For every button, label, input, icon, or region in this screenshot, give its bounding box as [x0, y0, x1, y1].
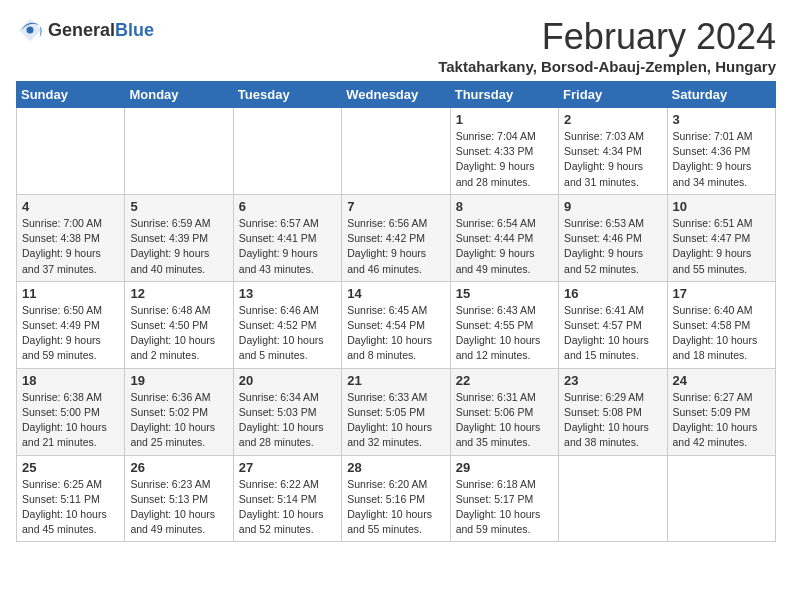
day-number: 5: [130, 199, 227, 214]
calendar-day-cell: 16Sunrise: 6:41 AMSunset: 4:57 PMDayligh…: [559, 281, 667, 368]
day-info: Sunrise: 6:29 AMSunset: 5:08 PMDaylight:…: [564, 390, 661, 451]
day-info: Sunrise: 6:59 AMSunset: 4:39 PMDaylight:…: [130, 216, 227, 277]
weekday-header: Friday: [559, 82, 667, 108]
day-number: 15: [456, 286, 553, 301]
day-info: Sunrise: 6:40 AMSunset: 4:58 PMDaylight:…: [673, 303, 770, 364]
day-info: Sunrise: 6:54 AMSunset: 4:44 PMDaylight:…: [456, 216, 553, 277]
calendar-day-cell: 2Sunrise: 7:03 AMSunset: 4:34 PMDaylight…: [559, 108, 667, 195]
calendar-table: SundayMondayTuesdayWednesdayThursdayFrid…: [16, 81, 776, 542]
calendar-week-row: 18Sunrise: 6:38 AMSunset: 5:00 PMDayligh…: [17, 368, 776, 455]
logo: GeneralBlue: [16, 16, 154, 44]
weekday-header: Tuesday: [233, 82, 341, 108]
calendar-day-cell: 6Sunrise: 6:57 AMSunset: 4:41 PMDaylight…: [233, 194, 341, 281]
logo-blue: Blue: [115, 20, 154, 40]
day-number: 1: [456, 112, 553, 127]
calendar-day-cell: [559, 455, 667, 542]
day-info: Sunrise: 6:56 AMSunset: 4:42 PMDaylight:…: [347, 216, 444, 277]
calendar-day-cell: [125, 108, 233, 195]
day-number: 23: [564, 373, 661, 388]
day-info: Sunrise: 6:34 AMSunset: 5:03 PMDaylight:…: [239, 390, 336, 451]
calendar-day-cell: 18Sunrise: 6:38 AMSunset: 5:00 PMDayligh…: [17, 368, 125, 455]
day-number: 28: [347, 460, 444, 475]
calendar-day-cell: 27Sunrise: 6:22 AMSunset: 5:14 PMDayligh…: [233, 455, 341, 542]
day-info: Sunrise: 6:41 AMSunset: 4:57 PMDaylight:…: [564, 303, 661, 364]
day-number: 11: [22, 286, 119, 301]
calendar-day-cell: 1Sunrise: 7:04 AMSunset: 4:33 PMDaylight…: [450, 108, 558, 195]
calendar-week-row: 4Sunrise: 7:00 AMSunset: 4:38 PMDaylight…: [17, 194, 776, 281]
day-number: 12: [130, 286, 227, 301]
day-info: Sunrise: 6:20 AMSunset: 5:16 PMDaylight:…: [347, 477, 444, 538]
weekday-header: Sunday: [17, 82, 125, 108]
day-number: 8: [456, 199, 553, 214]
day-number: 25: [22, 460, 119, 475]
logo-general: General: [48, 20, 115, 40]
title-area: February 2024 Taktaharkany, Borsod-Abauj…: [438, 16, 776, 75]
calendar-day-cell: 8Sunrise: 6:54 AMSunset: 4:44 PMDaylight…: [450, 194, 558, 281]
calendar-day-cell: 29Sunrise: 6:18 AMSunset: 5:17 PMDayligh…: [450, 455, 558, 542]
calendar-day-cell: 7Sunrise: 6:56 AMSunset: 4:42 PMDaylight…: [342, 194, 450, 281]
weekday-header: Wednesday: [342, 82, 450, 108]
day-info: Sunrise: 6:38 AMSunset: 5:00 PMDaylight:…: [22, 390, 119, 451]
calendar-day-cell: 28Sunrise: 6:20 AMSunset: 5:16 PMDayligh…: [342, 455, 450, 542]
day-info: Sunrise: 6:50 AMSunset: 4:49 PMDaylight:…: [22, 303, 119, 364]
day-number: 20: [239, 373, 336, 388]
calendar-day-cell: 11Sunrise: 6:50 AMSunset: 4:49 PMDayligh…: [17, 281, 125, 368]
calendar-day-cell: 24Sunrise: 6:27 AMSunset: 5:09 PMDayligh…: [667, 368, 775, 455]
day-info: Sunrise: 6:23 AMSunset: 5:13 PMDaylight:…: [130, 477, 227, 538]
calendar-week-row: 11Sunrise: 6:50 AMSunset: 4:49 PMDayligh…: [17, 281, 776, 368]
day-info: Sunrise: 6:43 AMSunset: 4:55 PMDaylight:…: [456, 303, 553, 364]
day-info: Sunrise: 6:25 AMSunset: 5:11 PMDaylight:…: [22, 477, 119, 538]
day-number: 17: [673, 286, 770, 301]
day-number: 7: [347, 199, 444, 214]
calendar-day-cell: 25Sunrise: 6:25 AMSunset: 5:11 PMDayligh…: [17, 455, 125, 542]
calendar-day-cell: 12Sunrise: 6:48 AMSunset: 4:50 PMDayligh…: [125, 281, 233, 368]
calendar-day-cell: [667, 455, 775, 542]
day-number: 13: [239, 286, 336, 301]
day-info: Sunrise: 6:18 AMSunset: 5:17 PMDaylight:…: [456, 477, 553, 538]
calendar-day-cell: [17, 108, 125, 195]
calendar-day-cell: 5Sunrise: 6:59 AMSunset: 4:39 PMDaylight…: [125, 194, 233, 281]
calendar-day-cell: 4Sunrise: 7:00 AMSunset: 4:38 PMDaylight…: [17, 194, 125, 281]
day-number: 18: [22, 373, 119, 388]
day-number: 4: [22, 199, 119, 214]
weekday-header: Monday: [125, 82, 233, 108]
calendar-header-row: SundayMondayTuesdayWednesdayThursdayFrid…: [17, 82, 776, 108]
calendar-week-row: 1Sunrise: 7:04 AMSunset: 4:33 PMDaylight…: [17, 108, 776, 195]
day-number: 29: [456, 460, 553, 475]
day-number: 27: [239, 460, 336, 475]
day-info: Sunrise: 6:51 AMSunset: 4:47 PMDaylight:…: [673, 216, 770, 277]
day-number: 19: [130, 373, 227, 388]
day-info: Sunrise: 6:36 AMSunset: 5:02 PMDaylight:…: [130, 390, 227, 451]
day-number: 21: [347, 373, 444, 388]
day-number: 26: [130, 460, 227, 475]
day-number: 24: [673, 373, 770, 388]
day-info: Sunrise: 6:57 AMSunset: 4:41 PMDaylight:…: [239, 216, 336, 277]
day-number: 22: [456, 373, 553, 388]
day-number: 9: [564, 199, 661, 214]
day-number: 14: [347, 286, 444, 301]
calendar-week-row: 25Sunrise: 6:25 AMSunset: 5:11 PMDayligh…: [17, 455, 776, 542]
calendar-day-cell: 20Sunrise: 6:34 AMSunset: 5:03 PMDayligh…: [233, 368, 341, 455]
day-info: Sunrise: 6:46 AMSunset: 4:52 PMDaylight:…: [239, 303, 336, 364]
calendar-day-cell: 21Sunrise: 6:33 AMSunset: 5:05 PMDayligh…: [342, 368, 450, 455]
svg-point-1: [27, 27, 34, 34]
day-info: Sunrise: 6:48 AMSunset: 4:50 PMDaylight:…: [130, 303, 227, 364]
logo-icon: [16, 16, 44, 44]
day-number: 3: [673, 112, 770, 127]
calendar-day-cell: 10Sunrise: 6:51 AMSunset: 4:47 PMDayligh…: [667, 194, 775, 281]
day-info: Sunrise: 6:45 AMSunset: 4:54 PMDaylight:…: [347, 303, 444, 364]
weekday-header: Thursday: [450, 82, 558, 108]
calendar-day-cell: 23Sunrise: 6:29 AMSunset: 5:08 PMDayligh…: [559, 368, 667, 455]
calendar-subtitle: Taktaharkany, Borsod-Abauj-Zemplen, Hung…: [438, 58, 776, 75]
day-info: Sunrise: 6:27 AMSunset: 5:09 PMDaylight:…: [673, 390, 770, 451]
day-number: 10: [673, 199, 770, 214]
day-info: Sunrise: 6:31 AMSunset: 5:06 PMDaylight:…: [456, 390, 553, 451]
calendar-day-cell: 13Sunrise: 6:46 AMSunset: 4:52 PMDayligh…: [233, 281, 341, 368]
calendar-day-cell: 26Sunrise: 6:23 AMSunset: 5:13 PMDayligh…: [125, 455, 233, 542]
day-info: Sunrise: 6:53 AMSunset: 4:46 PMDaylight:…: [564, 216, 661, 277]
calendar-day-cell: 19Sunrise: 6:36 AMSunset: 5:02 PMDayligh…: [125, 368, 233, 455]
day-info: Sunrise: 7:00 AMSunset: 4:38 PMDaylight:…: [22, 216, 119, 277]
calendar-title: February 2024: [438, 16, 776, 58]
day-info: Sunrise: 6:22 AMSunset: 5:14 PMDaylight:…: [239, 477, 336, 538]
day-info: Sunrise: 7:03 AMSunset: 4:34 PMDaylight:…: [564, 129, 661, 190]
